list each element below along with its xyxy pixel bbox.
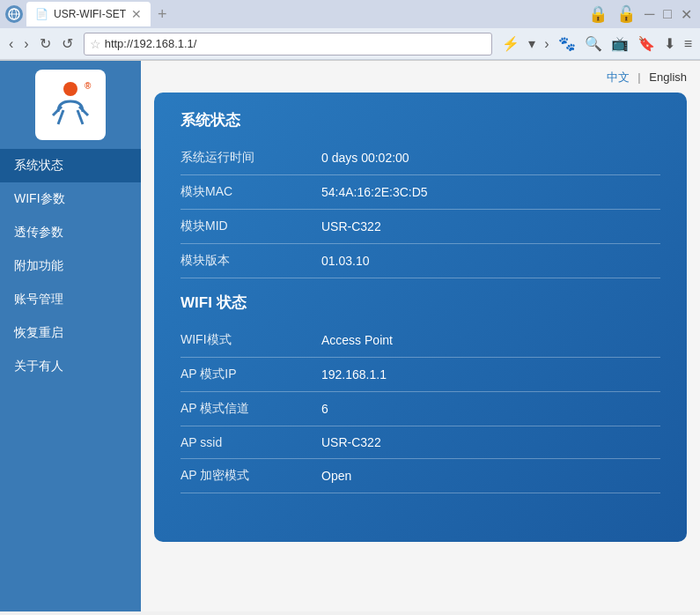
tab-favicon: 📄 — [35, 8, 48, 20]
table-row: AP 模式IP 192.168.1.1 — [181, 358, 660, 392]
system-status-section: 系统状态 系统运行时间 0 days 00:02:00 模块MAC 54:4A:… — [181, 110, 660, 278]
field-value-uptime: 0 days 00:02:00 — [321, 141, 660, 175]
table-row: 系统运行时间 0 days 00:02:00 — [181, 141, 660, 175]
home-button[interactable]: ↺ — [58, 33, 77, 54]
forward-button[interactable]: › — [20, 34, 32, 54]
field-label-mid: 模块MID — [181, 210, 321, 244]
address-input[interactable] — [105, 37, 487, 50]
sidebar-label-system-status: 系统状态 — [14, 158, 63, 172]
address-star-icon: ☆ — [90, 37, 101, 51]
nav-right-button[interactable]: › — [542, 34, 551, 54]
sidebar-label-account-management: 账号管理 — [14, 292, 63, 306]
sidebar-label-about: 关于有人 — [14, 359, 63, 373]
field-label-ap-channel: AP 模式信道 — [181, 392, 321, 426]
field-value-wifi-mode: Access Point — [321, 323, 660, 358]
table-row: 模块MAC 54:4A:16:2E:3C:D5 — [181, 175, 660, 210]
svg-line-8 — [79, 107, 88, 115]
restore-icon[interactable]: 🔓 — [614, 4, 638, 24]
window-minimize-button[interactable]: ─ — [642, 6, 657, 22]
svg-line-6 — [77, 110, 83, 124]
tab-title: USR-WIFI-SET — [54, 8, 126, 20]
sidebar-item-restore-restart[interactable]: 恢复重启 — [0, 316, 141, 350]
field-label-ap-ssid: AP ssid — [181, 426, 321, 459]
nav-download-button[interactable]: ⬇ — [661, 33, 678, 54]
new-tab-button[interactable]: + — [158, 5, 167, 24]
logo-svg: ® — [44, 78, 97, 131]
title-bar-left: 📄 USR-WIFI-SET ✕ + — [5, 2, 167, 26]
sidebar-label-transparent-params: 透传参数 — [14, 225, 63, 239]
sidebar-logo: ® — [35, 70, 106, 140]
sidebar-label-addon-features: 附加功能 — [14, 258, 63, 272]
field-label-ap-ip: AP 模式IP — [181, 358, 321, 392]
nav-down-button[interactable]: ▾ — [526, 33, 538, 54]
nav-paw-button[interactable]: 🐾 — [556, 33, 578, 54]
nav-right-buttons: ⚡ ▾ › 🐾 🔍 📺 🔖 ⬇ ≡ — [499, 33, 695, 54]
refresh-button[interactable]: ↻ — [36, 33, 55, 54]
english-lang-link[interactable]: English — [649, 70, 687, 84]
svg-line-7 — [53, 107, 62, 115]
chinese-lang-link[interactable]: 中文 — [607, 70, 630, 84]
wifi-status-title: WIFI 状态 — [181, 293, 660, 313]
system-status-title: 系统状态 — [181, 110, 660, 130]
wifi-status-table: WIFI模式 Access Point AP 模式IP 192.168.1.1 … — [181, 323, 660, 493]
table-row: AP 加密模式 Open — [181, 459, 660, 493]
system-status-table: 系统运行时间 0 days 00:02:00 模块MAC 54:4A:16:2E… — [181, 141, 660, 278]
nav-bookmark-button[interactable]: 🔖 — [635, 33, 658, 54]
sidebar-nav: 系统状态 WIFI参数 透传参数 附加功能 账号管理 恢复重启 关于有人 — [0, 149, 141, 383]
browser-icon — [5, 5, 23, 23]
table-row: AP 模式信道 6 — [181, 392, 660, 426]
field-value-version: 01.03.10 — [321, 244, 660, 278]
svg-line-5 — [58, 110, 63, 124]
sidebar-label-wifi-params: WIFI参数 — [14, 191, 65, 205]
sidebar-item-about[interactable]: 关于有人 — [0, 350, 141, 383]
title-bar: 📄 USR-WIFI-SET ✕ + 🔒 🔓 ─ □ ✕ — [0, 0, 700, 28]
svg-text:®: ® — [85, 81, 92, 91]
lang-separator: | — [637, 70, 640, 84]
field-label-wifi-mode: WIFI模式 — [181, 323, 321, 358]
table-row: AP ssid USR-C322 — [181, 426, 660, 459]
nav-search-button[interactable]: 🔍 — [582, 33, 605, 54]
minimize-icon[interactable]: 🔒 — [586, 4, 610, 24]
sidebar-label-restore-restart: 恢复重启 — [14, 325, 63, 339]
field-label-uptime: 系统运行时间 — [181, 141, 321, 175]
window-maximize-button[interactable]: □ — [660, 6, 674, 22]
page-content: ® 系统状态 WIFI参数 透传参数 附加功能 账号管理 恢复重启 关于 — [0, 61, 700, 611]
back-button[interactable]: ‹ — [5, 34, 17, 54]
table-row: 模块MID USR-C322 — [181, 210, 660, 244]
wifi-status-section: WIFI 状态 WIFI模式 Access Point AP 模式IP 192.… — [181, 293, 660, 493]
field-value-ap-ssid: USR-C322 — [321, 426, 660, 459]
field-label-mac: 模块MAC — [181, 175, 321, 210]
language-bar: 中文 | English — [154, 70, 687, 85]
field-value-mid: USR-C322 — [321, 210, 660, 244]
window-controls: 🔒 🔓 ─ □ ✕ — [586, 4, 695, 24]
sidebar-item-system-status[interactable]: 系统状态 — [0, 149, 141, 182]
field-value-ap-ip: 192.168.1.1 — [321, 358, 660, 392]
browser-tab[interactable]: 📄 USR-WIFI-SET ✕ — [26, 2, 151, 26]
window-close-button[interactable]: ✕ — [678, 6, 695, 23]
field-value-ap-encrypt: Open — [321, 459, 660, 493]
tab-close-button[interactable]: ✕ — [131, 7, 142, 21]
sidebar-item-addon-features[interactable]: 附加功能 — [0, 249, 141, 283]
table-row: 模块版本 01.03.10 — [181, 244, 660, 278]
main-content: 中文 | English 系统状态 系统运行时间 0 days 00:02:00… — [141, 61, 700, 611]
field-value-mac: 54:4A:16:2E:3C:D5 — [321, 175, 660, 210]
field-label-version: 模块版本 — [181, 244, 321, 278]
nav-bar: ‹ › ↻ ↺ ☆ ⚡ ▾ › 🐾 🔍 📺 🔖 ⬇ ≡ — [0, 28, 700, 60]
sidebar: ® 系统状态 WIFI参数 透传参数 附加功能 账号管理 恢复重启 关于 — [0, 61, 141, 611]
nav-tools-button[interactable]: 📺 — [608, 33, 631, 54]
sidebar-item-transparent-params[interactable]: 透传参数 — [0, 216, 141, 249]
table-row: WIFI模式 Access Point — [181, 323, 660, 358]
sidebar-item-wifi-params[interactable]: WIFI参数 — [0, 182, 141, 216]
field-label-ap-encrypt: AP 加密模式 — [181, 459, 321, 493]
nav-lightning-button[interactable]: ⚡ — [499, 33, 522, 54]
nav-menu-button[interactable]: ≡ — [682, 34, 695, 54]
address-bar[interactable]: ☆ — [84, 33, 493, 56]
sidebar-item-account-management[interactable]: 账号管理 — [0, 283, 141, 316]
field-value-ap-channel: 6 — [321, 392, 660, 426]
svg-point-3 — [63, 82, 77, 96]
info-panel: 系统状态 系统运行时间 0 days 00:02:00 模块MAC 54:4A:… — [154, 93, 687, 542]
